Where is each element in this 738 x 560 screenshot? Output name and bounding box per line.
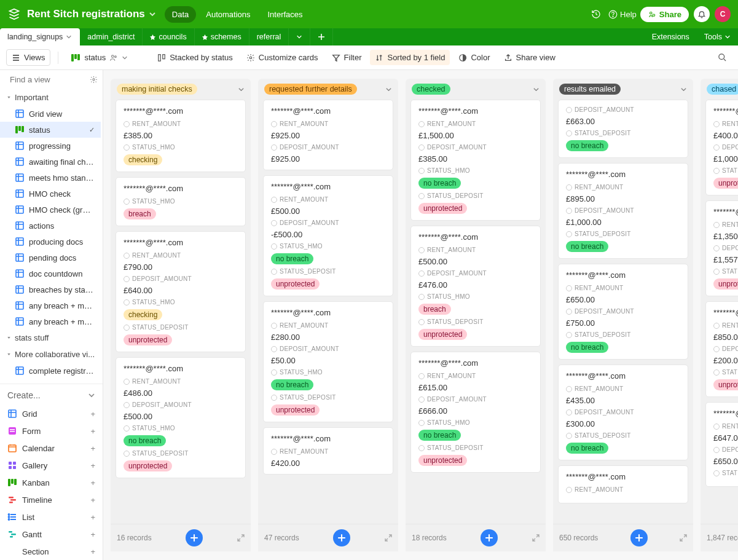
kanban-card[interactable]: *******@****.comRENT_AMOUNT£500.00DEPOSI… (410, 226, 541, 347)
column-title-pill[interactable]: making initial checks (117, 84, 197, 95)
sidebar-view-item[interactable]: progressing (0, 138, 101, 154)
column-title-pill[interactable]: results emailed (559, 84, 621, 95)
table-tab-schemes[interactable]: schemes (195, 28, 249, 45)
kanban-card[interactable]: *******@****.comRENT_AMOUNT£435.00DEPOSI… (558, 365, 688, 460)
kanban-card[interactable]: *******@****.comRENT_AMOUNT£790.00DEPOSI… (116, 231, 246, 352)
tab-automations[interactable]: Automations (198, 6, 257, 23)
extensions-button[interactable]: Extensions (645, 30, 697, 44)
add-table-button[interactable] (310, 28, 333, 45)
table-tab-more[interactable] (289, 28, 310, 45)
sidebar-view-item[interactable]: status✓ (0, 122, 101, 138)
sidebar-view-item[interactable]: meets hmo stand... (0, 170, 101, 186)
kanban-card[interactable]: *******@****.comSTATUS_HMObreach (116, 177, 246, 226)
gear-icon[interactable] (90, 76, 98, 84)
add-card-button[interactable] (630, 529, 648, 546)
column-menu-icon[interactable] (680, 86, 687, 93)
sort-button[interactable]: Sorted by 1 field (370, 50, 450, 65)
color-button[interactable]: Color (453, 50, 495, 65)
tab-data[interactable]: Data (165, 6, 196, 23)
sidebar-section[interactable]: stats stuff (0, 329, 103, 346)
kanban-card[interactable]: *******@****.comRENT_AMOUNT£486.00DEPOSI… (116, 357, 246, 478)
kanban-card[interactable]: *******@*RENT_AMOUNT£647.00DEPOSIT_AMOUN… (705, 402, 738, 487)
stacked-by-button[interactable]: Stacked by status (152, 50, 238, 65)
grid-icon (15, 317, 25, 326)
create-view-item[interactable]: List+ (0, 508, 103, 526)
create-view-item[interactable]: Section+ (0, 543, 103, 560)
kanban-card[interactable]: *******@*RENT_AMOUNT£850.00DEPOSIT_AMOUN… (705, 301, 738, 397)
chevron-down-icon[interactable] (149, 10, 156, 18)
kanban-card[interactable]: *******@****.comRENT_AMOUNT£420.00 (263, 427, 393, 475)
base-title[interactable]: Rent Sitch registrations (27, 8, 145, 20)
add-card-button[interactable] (333, 529, 350, 546)
add-card-button[interactable] (481, 529, 498, 546)
sidebar-section[interactable]: More collaborative vi... (0, 346, 103, 363)
notifications-icon[interactable] (694, 6, 710, 22)
table-tab-landing-signups[interactable]: landing_signups (0, 28, 80, 45)
kanban-card[interactable]: *******@****.comRENT_AMOUNT£280.00DEPOSI… (263, 301, 393, 422)
customize-cards-button[interactable]: Customize cards (241, 50, 323, 65)
avatar[interactable]: C (715, 6, 731, 22)
filter-button[interactable]: Filter (327, 50, 367, 65)
sidebar-view-item[interactable]: HMO check (grou... (0, 202, 101, 218)
expand-icon[interactable] (532, 534, 540, 542)
sidebar-view-item[interactable]: any breach + mo... (0, 298, 101, 314)
share-view-button[interactable]: Share view (499, 50, 560, 65)
column-menu-icon[interactable] (385, 86, 392, 93)
tab-interfaces[interactable]: Interfaces (261, 6, 310, 23)
create-view-item[interactable]: Kanban+ (0, 474, 103, 491)
column-title-pill[interactable]: requested further details (264, 84, 357, 95)
kanban-card[interactable]: *******@****.comRENT_AMOUNT£500.00DEPOSI… (263, 175, 393, 296)
kanban-card[interactable]: *******@****.comRENT_AMOUNT£925.00DEPOSI… (263, 100, 393, 170)
field-value: £1,000.00 (713, 154, 738, 164)
column-title-pill[interactable]: checked (412, 84, 450, 95)
kanban-card[interactable]: *******@****.comRENT_AMOUNT£895.00DEPOSI… (558, 163, 688, 259)
sidebar-view-item[interactable]: any breach + mo... (0, 314, 101, 329)
sidebar-view-item[interactable]: Grid view (0, 106, 101, 122)
kanban-card[interactable]: *******@****.comRENT_AMOUNT£385.00STATUS… (116, 100, 246, 172)
help-button[interactable]: Help (608, 10, 637, 19)
table-tab-referral[interactable]: referral (249, 28, 289, 45)
create-view-item[interactable]: Timeline+ (0, 491, 103, 508)
create-view-item[interactable]: Form+ (0, 422, 103, 440)
sidebar-view-item[interactable]: HMO check (0, 186, 101, 202)
sidebar-view-item[interactable]: complete registra... (0, 363, 101, 379)
sidebar-view-item[interactable]: breaches by status (0, 282, 101, 298)
sidebar-view-item[interactable]: producing docs (0, 234, 101, 250)
create-view-item[interactable]: Calendar+ (0, 440, 103, 457)
add-card-button[interactable] (186, 529, 203, 546)
expand-icon[interactable] (680, 534, 687, 542)
kanban-card[interactable]: *******@*RENT_AMOUNT£400.00DEPOSIT_AMOUN… (705, 100, 738, 195)
table-tab-councils[interactable]: councils (143, 28, 194, 45)
kanban-card[interactable]: *******@*RENT_AMOUNT£1,350.00DEPOSIT_AMO… (705, 200, 738, 296)
plus-icon: + (90, 495, 95, 505)
create-view-item[interactable]: Gantt+ (0, 526, 103, 543)
current-view-button[interactable]: status (66, 50, 133, 66)
kanban-card[interactable]: *******@****.comRENT_AMOUNT£1,500.00DEPO… (410, 100, 541, 221)
sidebar-view-item[interactable]: actions (0, 218, 101, 234)
kanban-card[interactable]: *******@****.comRENT_AMOUNT£650.00DEPOSI… (558, 264, 688, 360)
kanban-card[interactable]: *******@****.comRENT_AMOUNT£615.00DEPOSI… (410, 352, 541, 473)
sidebar-section[interactable]: Important (0, 89, 103, 106)
search-icon[interactable] (713, 50, 732, 65)
create-section-toggle[interactable]: Create... (0, 384, 103, 405)
views-toggle[interactable]: Views (6, 49, 50, 66)
tools-button[interactable]: Tools (697, 30, 738, 44)
create-view-item[interactable]: Gallery+ (0, 457, 103, 474)
kanban-card[interactable]: DEPOSIT_AMOUNT£663.00STATUS_DEPOSITno br… (558, 100, 688, 158)
column-menu-icon[interactable] (533, 86, 540, 93)
sidebar-view-item[interactable]: doc countdown (0, 266, 101, 282)
history-icon[interactable] (591, 9, 601, 19)
create-view-item[interactable]: Grid+ (0, 405, 103, 422)
share-button[interactable]: Share (640, 7, 689, 22)
expand-icon[interactable] (385, 534, 392, 542)
sidebar-view-item[interactable]: pending docs (0, 250, 101, 266)
kanban-card[interactable]: *******@****.comRENT_AMOUNT (558, 465, 688, 503)
field-value: £400.00 (713, 131, 738, 140)
sidebar-view-item[interactable]: awaiting final che... (0, 154, 101, 170)
expand-icon[interactable] (237, 534, 245, 542)
status-chip: unprotected (418, 203, 467, 214)
svg-rect-4 (71, 54, 74, 61)
column-menu-icon[interactable] (238, 86, 245, 93)
column-title-pill[interactable]: chased (707, 84, 738, 95)
table-tab-admin-district[interactable]: admin_district (80, 28, 143, 45)
